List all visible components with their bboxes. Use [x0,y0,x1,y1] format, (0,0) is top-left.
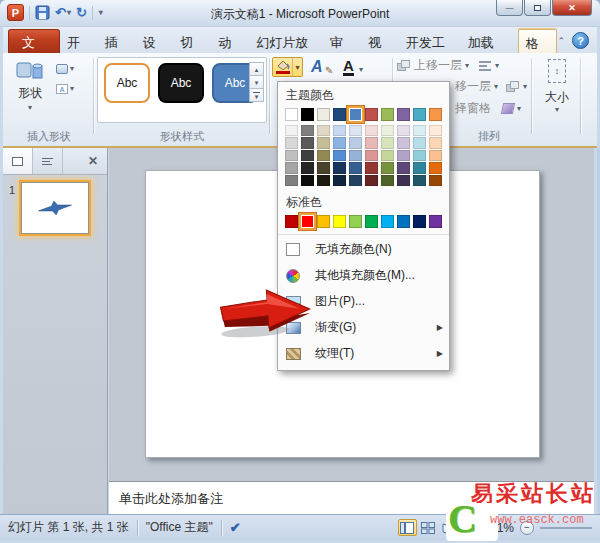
theme-variant-swatch[interactable] [397,175,410,186]
tab-developer[interactable]: 开发工具 [399,29,461,53]
customize-qat-button[interactable]: ▾ [98,6,103,20]
gallery-scroll-down[interactable]: ▾ [249,75,264,89]
theme-variant-swatch[interactable] [317,162,330,173]
text-outline-button[interactable]: A [343,58,354,76]
gallery-more-button[interactable]: ▾ [249,88,264,102]
restore-button[interactable] [524,0,551,16]
theme-variant-swatch[interactable] [301,125,314,136]
chevron-down-icon[interactable]: ▾ [359,65,363,74]
redo-button[interactable]: ↻ [76,6,87,20]
theme-variant-swatch[interactable] [413,150,426,161]
theme-color-swatch[interactable] [365,108,378,121]
theme-variant-swatch[interactable] [285,162,298,173]
standard-color-swatch[interactable] [317,215,330,228]
standard-color-swatch[interactable] [333,215,346,228]
theme-variant-swatch[interactable] [429,150,442,161]
spell-check-icon[interactable]: ✔ [230,520,241,535]
theme-variant-swatch[interactable] [381,175,394,186]
theme-variant-swatch[interactable] [285,175,298,186]
shape-style-2[interactable]: Abc [158,63,204,103]
align-button[interactable]: ▾ [479,57,499,74]
theme-variant-swatch[interactable] [317,175,330,186]
theme-variant-swatch[interactable] [365,137,378,148]
theme-variant-swatch[interactable] [381,137,394,148]
standard-color-swatch[interactable] [429,215,442,228]
tab-addins[interactable]: 加载项 [461,29,511,53]
theme-variant-swatch[interactable] [301,162,314,173]
rotate-icon[interactable] [501,103,515,114]
theme-variant-swatch[interactable] [429,137,442,148]
slides-tab[interactable] [3,148,33,174]
theme-variant-swatch[interactable] [365,162,378,173]
theme-variant-swatch[interactable] [413,137,426,148]
wordart-quick-styles-button[interactable]: A [311,58,323,76]
tab-transitions[interactable]: 切换 [174,29,212,53]
tab-view[interactable]: 视图 [361,29,399,53]
menu-item-texture[interactable]: 纹理(T) ▶ [278,341,449,367]
minimize-button[interactable]: — [496,0,523,16]
theme-variant-swatch[interactable] [333,125,346,136]
theme-color-swatch[interactable] [333,108,346,121]
theme-variant-swatch[interactable] [317,137,330,148]
text-box-button[interactable]: A ▾ [53,80,85,97]
help-icon[interactable]: ? [572,32,589,49]
theme-variant-swatch[interactable] [349,150,362,161]
theme-variant-swatch[interactable] [333,175,346,186]
standard-color-swatch[interactable] [381,215,394,228]
theme-variant-swatch[interactable] [381,150,394,161]
close-pane-button[interactable]: ✕ [79,148,107,174]
theme-variant-swatch[interactable] [381,162,394,173]
theme-color-swatch[interactable] [413,108,426,121]
tab-home[interactable]: 开始 [60,29,98,53]
powerpoint-logo-icon[interactable]: P [7,4,24,21]
standard-color-swatch[interactable] [285,215,298,228]
theme-color-swatch[interactable] [381,108,394,121]
theme-variant-swatch[interactable] [349,125,362,136]
send-backward-button[interactable]: 移一层 ▾ ▾ [455,78,527,95]
tab-review[interactable]: 审阅 [323,29,361,53]
theme-variant-swatch[interactable] [285,137,298,148]
theme-variant-swatch[interactable] [397,162,410,173]
theme-color-swatch[interactable] [301,108,314,121]
slide-1-thumbnail[interactable] [21,182,89,234]
tab-slideshow[interactable]: 幻灯片放映 [249,29,323,53]
theme-variant-swatch[interactable] [301,137,314,148]
theme-variant-swatch[interactable] [349,162,362,173]
theme-variant-swatch[interactable] [301,150,314,161]
theme-variant-swatch[interactable] [285,125,298,136]
theme-variant-swatch[interactable] [429,175,442,186]
tab-format-active[interactable]: 格式 [518,29,558,53]
theme-variant-swatch[interactable] [413,125,426,136]
shape-style-1[interactable]: Abc [104,63,150,103]
standard-color-swatch[interactable] [397,215,410,228]
tab-insert[interactable]: 插入 [98,29,136,53]
theme-variant-swatch[interactable] [365,125,378,136]
undo-button[interactable]: ↶ ▾ [55,6,71,20]
standard-color-swatch[interactable] [413,215,426,228]
theme-variant-swatch[interactable] [333,137,346,148]
theme-color-swatch[interactable] [349,108,362,121]
theme-variant-swatch[interactable] [365,175,378,186]
theme-color-swatch[interactable] [285,108,298,121]
save-button[interactable] [35,5,50,20]
chevron-down-icon[interactable]: ▾ [293,63,302,72]
close-button[interactable]: ✕ [552,0,592,16]
theme-variant-swatch[interactable] [413,162,426,173]
theme-variant-swatch[interactable] [397,150,410,161]
theme-variant-swatch[interactable] [317,125,330,136]
slide-list-item[interactable]: 1 [3,182,89,234]
size-button[interactable]: 大小 [536,89,578,106]
tab-file[interactable]: 文件 [8,29,60,53]
theme-variant-swatch[interactable] [429,125,442,136]
shapes-button[interactable]: 形状 ▾ [9,56,51,127]
tab-animations[interactable]: 动画 [211,29,249,53]
standard-color-swatch[interactable] [365,215,378,228]
theme-variant-swatch[interactable] [333,150,346,161]
undo-caret-icon[interactable]: ▾ [67,6,71,20]
standard-color-swatch[interactable] [301,215,314,228]
theme-variant-swatch[interactable] [349,137,362,148]
selection-pane-button[interactable]: 择窗格 ▾ [455,100,521,117]
theme-variant-swatch[interactable] [429,162,442,173]
standard-color-swatch[interactable] [349,215,362,228]
menu-item-no-fill[interactable]: 无填充颜色(N) ▶ [278,237,449,263]
